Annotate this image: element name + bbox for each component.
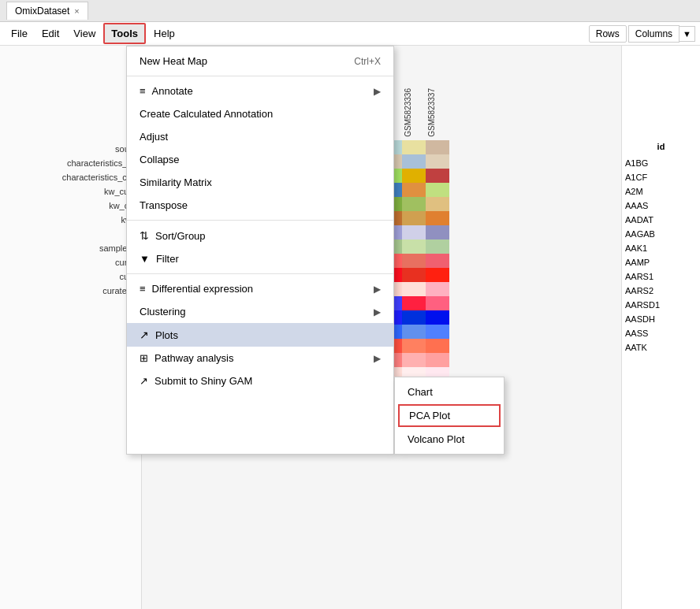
row-label-10: curated_ <box>0 282 141 296</box>
gene-label: AARSD1 <box>622 296 700 310</box>
gene-label: A1BG <box>622 154 700 169</box>
volcano-plot-label: Volcano Plot <box>408 433 464 445</box>
menu-view[interactable]: View <box>67 24 102 43</box>
divider-1 <box>127 76 393 76</box>
row-label-9: cura <box>0 268 141 282</box>
submit-shiny-label: Submit to Shiny GAM <box>155 375 252 387</box>
columns-dropdown-arrow[interactable]: ▼ <box>680 26 695 42</box>
submit-shiny-icon: ↗ <box>140 375 148 387</box>
transpose-label: Transpose <box>140 199 188 211</box>
menu-edit[interactable]: Edit <box>35 24 65 43</box>
submenu-chart[interactable]: Chart <box>395 381 504 403</box>
sort-group-icon: ⇅ <box>140 229 149 242</box>
menu-item-filter[interactable]: ▼ Filter <box>127 247 393 270</box>
new-heat-map-label: New Heat Map <box>140 55 207 67</box>
tools-dropdown-overlay: New Heat Map Ctrl+X ≡ Annotate ▶ Create … <box>126 46 505 455</box>
menu-item-transpose[interactable]: Transpose <box>127 194 393 217</box>
menu-file[interactable]: File <box>5 24 34 43</box>
gene-label: AAAS <box>622 197 700 211</box>
sort-group-label: Sort/Group <box>155 230 206 242</box>
pathway-arrow: ▶ <box>374 353 381 364</box>
title-tab: OmixDataset × <box>6 2 88 20</box>
gene-label: AADAT <box>622 211 700 225</box>
submenu-volcano-plot[interactable]: Volcano Plot <box>395 428 504 451</box>
tab-close-button[interactable]: × <box>74 6 79 16</box>
chart-label: Chart <box>408 386 433 398</box>
pathway-icon: ⊞ <box>140 352 148 364</box>
app-window: OmixDataset × File Edit View Tools Help … <box>0 0 700 609</box>
gene-label: AASS <box>622 325 700 339</box>
row-label-4: kw_cur <box>0 197 141 211</box>
menu-item-annotate[interactable]: ≡ Annotate ▶ <box>127 80 393 102</box>
row-label-8: curati <box>0 254 141 268</box>
menu-tools[interactable]: Tools <box>103 23 146 44</box>
row-labels: sourc characteristics_ch characteristics… <box>0 140 141 296</box>
columns-button[interactable]: Columns <box>628 25 680 43</box>
collapse-label: Collapse <box>140 154 180 165</box>
create-calculated-label: Create Calculated Annotation <box>140 108 273 120</box>
menu-item-adjust[interactable]: Adjust <box>127 125 393 148</box>
menu-bar: File Edit View Tools Help Rows Columns ▼ <box>0 22 700 46</box>
gene-labels-list: A1BGA1CFA2MAAASAADATAAGABAAK1AAMPAARS1AA… <box>622 154 700 353</box>
gene-label: AARS2 <box>622 282 700 296</box>
diff-expr-arrow: ▶ <box>374 284 381 295</box>
row-label-5: kw_ <box>0 211 141 225</box>
menu-item-collapse[interactable]: Collapse <box>127 148 393 171</box>
menu-item-sort-group[interactable]: ⇅ Sort/Group <box>127 224 393 247</box>
gene-id-header: id <box>622 140 700 154</box>
menu-help[interactable]: Help <box>147 24 181 43</box>
menu-item-clustering[interactable]: Clustering ▶ <box>127 300 393 323</box>
menu-item-plots[interactable]: ↗ Plots <box>127 323 393 347</box>
differential-expression-label: Differential expression <box>152 283 253 295</box>
tab-name: OmixDataset <box>15 6 69 17</box>
new-heat-map-shortcut: Ctrl+X <box>354 56 381 67</box>
pathway-analysis-label: Pathway analysis <box>155 352 233 364</box>
adjust-label: Adjust <box>140 131 168 143</box>
gene-label: AASDH <box>622 310 700 325</box>
gene-label: A1CF <box>622 169 700 183</box>
similarity-matrix-label: Similarity Matrix <box>140 176 212 188</box>
divider-2 <box>127 220 393 221</box>
row-label-2: characteristics_ch1 <box>0 169 141 183</box>
menu-item-differential-expression[interactable]: ≡ Differential expression ▶ <box>127 277 393 300</box>
plots-label: Plots <box>155 329 178 341</box>
clustering-label: Clustering <box>140 306 186 317</box>
submenu-pca-plot[interactable]: PCA Plot <box>398 404 501 427</box>
menu-item-submit-shiny[interactable]: ↗ Submit to Shiny GAM <box>127 369 393 392</box>
menu-item-similarity-matrix[interactable]: Similarity Matrix <box>127 171 393 194</box>
row-label-7: sample_c <box>0 240 141 254</box>
gene-label: AAK1 <box>622 240 700 254</box>
left-panel-top-spacer <box>0 46 141 140</box>
divider-3 <box>127 273 393 274</box>
annotate-arrow: ▶ <box>374 86 381 97</box>
plots-icon: ↗ <box>140 329 149 341</box>
pca-plot-label: PCA Plot <box>409 410 450 421</box>
row-label-6: ge <box>0 225 141 240</box>
menu-item-new-heat-map[interactable]: New Heat Map Ctrl+X <box>127 50 393 72</box>
left-panel: sourc characteristics_ch characteristics… <box>0 46 142 609</box>
annotate-icon: ≡ <box>140 85 146 97</box>
row-label-3: kw_cura <box>0 183 141 197</box>
annotate-label: Annotate <box>152 85 193 97</box>
row-label-1: characteristics_ch <box>0 154 141 169</box>
right-panel: id A1BGA1CFA2MAAASAADATAAGABAAK1AAMPAARS… <box>621 46 700 609</box>
columns-button-group: Columns ▼ <box>628 25 695 43</box>
gene-label: AARS1 <box>622 268 700 282</box>
gene-label: AAMP <box>622 254 700 268</box>
plots-submenu: Chart PCA Plot Volcano Plot <box>394 377 505 455</box>
row-label-0: sourc <box>0 140 141 154</box>
title-bar: OmixDataset × <box>0 0 700 22</box>
menu-item-pathway-analysis[interactable]: ⊞ Pathway analysis ▶ <box>127 347 393 369</box>
gene-label: AAGAB <box>622 225 700 240</box>
rows-button[interactable]: Rows <box>589 25 627 43</box>
clustering-arrow: ▶ <box>374 306 381 317</box>
filter-icon: ▼ <box>140 253 150 265</box>
menu-item-create-calculated[interactable]: Create Calculated Annotation <box>127 102 393 125</box>
gene-label: A2M <box>622 183 700 197</box>
diff-expr-icon: ≡ <box>140 283 146 295</box>
filter-label: Filter <box>156 253 179 265</box>
gene-label: AATK <box>622 339 700 353</box>
tools-dropdown-menu: New Heat Map Ctrl+X ≡ Annotate ▶ Create … <box>126 46 394 455</box>
